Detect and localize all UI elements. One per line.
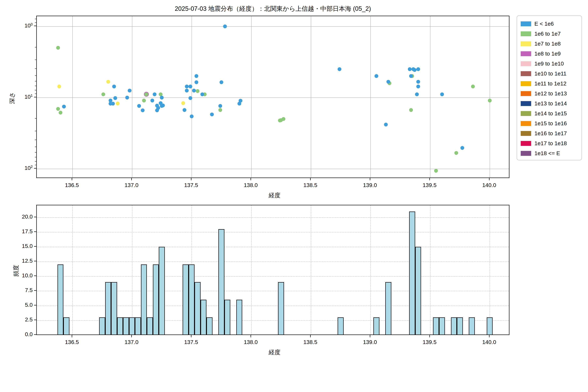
x-tick-label: 139.0: [363, 182, 377, 188]
scatter-point: [415, 92, 419, 96]
scatter-point: [185, 84, 189, 88]
scatter-point: [196, 89, 200, 93]
y-minor-tick: [35, 76, 36, 76]
histogram-bar: [218, 229, 224, 335]
y-tick: [34, 246, 36, 247]
earthquake-figure: 2025-07-03 地震分布（経度）：北関東から上信越・中部日本海 (05_2…: [0, 0, 588, 392]
x-gridline: [490, 205, 490, 334]
scatter-point: [194, 80, 198, 84]
scatter-point: [384, 123, 388, 126]
legend-item-label: 1e8 to 1e9: [534, 50, 561, 57]
x-tick: [191, 335, 192, 337]
histogram-bar: [385, 282, 391, 335]
legend-item: 1e14 to 1e15: [517, 108, 582, 118]
y-tick: [34, 320, 36, 320]
histogram-bar: [129, 317, 135, 335]
scatter-point: [59, 111, 62, 114]
legend-item: 1e12 to 1e13: [517, 88, 582, 98]
x-gridline: [370, 205, 371, 334]
scatter-point: [153, 92, 156, 96]
histogram-bar: [105, 282, 111, 335]
scatter-point: [386, 80, 390, 84]
y-tick: [34, 276, 36, 276]
histogram-bar: [409, 212, 415, 335]
legend-item-label: 1e13 to 1e14: [534, 100, 567, 107]
histogram-bar: [469, 317, 475, 335]
histogram-bar: [117, 317, 123, 335]
y-tick-label: 102: [24, 165, 33, 171]
x-tick-label: 136.5: [65, 339, 79, 345]
y-gridline: [37, 247, 509, 247]
y-minor-tick: [35, 131, 36, 131]
histogram-bar: [141, 264, 147, 335]
histogram-bar: [159, 247, 165, 335]
scatter-point: [150, 99, 154, 102]
y-minor-tick: [35, 147, 36, 147]
y-tick-label: 7.5: [25, 287, 33, 293]
legend-item-label: 1e11 to 1e12: [534, 80, 566, 87]
histogram-bar: [451, 317, 457, 335]
scatter-point: [113, 96, 117, 100]
x-tick: [250, 335, 251, 337]
y-minor-tick: [35, 47, 36, 47]
legend-swatch: [521, 51, 531, 56]
y-major-tick: [34, 26, 36, 26]
y-tick-label: 101: [24, 94, 33, 100]
y-tick: [34, 290, 36, 291]
histogram-bar: [278, 282, 284, 335]
histogram-bar: [135, 317, 141, 335]
y-gridline: [37, 98, 509, 98]
scatter-point: [409, 74, 413, 78]
scatter-point: [223, 24, 227, 28]
scatter-point: [112, 84, 116, 88]
scatter-point: [141, 108, 144, 112]
x-tick-label: 138.5: [303, 339, 317, 345]
x-tick-label: 137.5: [184, 339, 198, 345]
y-tick: [34, 232, 36, 232]
legend-swatch: [521, 61, 531, 66]
histogram-bar: [194, 282, 200, 335]
histogram-bar: [338, 317, 344, 335]
scatter-point: [181, 101, 185, 105]
legend-swatch: [521, 121, 531, 126]
scatter-point: [488, 99, 492, 102]
x-tick: [131, 178, 132, 180]
histogram-bar: [433, 317, 439, 335]
x-gridline: [311, 205, 311, 334]
y-minor-tick: [35, 152, 36, 152]
x-gridline: [490, 16, 490, 178]
y-tick-label: 2.5: [25, 316, 33, 323]
scatter-point: [408, 67, 412, 71]
y-tick-label: 17.5: [22, 228, 33, 234]
y-minor-tick: [35, 161, 36, 162]
histogram-bar: [487, 317, 493, 335]
y-minor-tick: [35, 68, 36, 69]
legend-item-label: 1e6 to 1e7: [534, 30, 561, 37]
histogram-bar: [206, 317, 212, 335]
histogram-bar: [153, 264, 159, 335]
legend-item: 1e9 to 1e10: [517, 59, 582, 68]
legend-item-label: 1e14 to 1e15: [534, 110, 567, 116]
figure-title: 2025-07-03 地震分布（経度）：北関東から上信越・中部日本海 (05_2…: [36, 4, 510, 13]
histogram-bar: [63, 317, 70, 335]
scatter-point: [137, 104, 141, 108]
x-tick: [191, 178, 192, 180]
scatter-point: [416, 80, 420, 84]
y-minor-tick: [35, 94, 36, 94]
hist-ylabel: 頻度: [12, 265, 20, 277]
histogram-bar: [111, 282, 117, 335]
y-minor-tick: [35, 86, 36, 86]
x-gridline: [430, 205, 430, 334]
y-tick-label: 15.0: [22, 243, 33, 249]
legend-item: 1e8 to 1e9: [517, 49, 582, 59]
scatter-point: [62, 105, 66, 108]
scatter-point: [454, 151, 458, 155]
x-tick-label: 138.5: [303, 182, 317, 188]
y-gridline: [37, 262, 509, 262]
legend-item: 1e18 <= E: [517, 148, 582, 158]
x-tick: [430, 178, 430, 180]
x-tick: [489, 178, 490, 180]
y-gridline: [37, 276, 509, 276]
x-gridline: [370, 16, 371, 178]
y-gridline: [37, 218, 509, 218]
